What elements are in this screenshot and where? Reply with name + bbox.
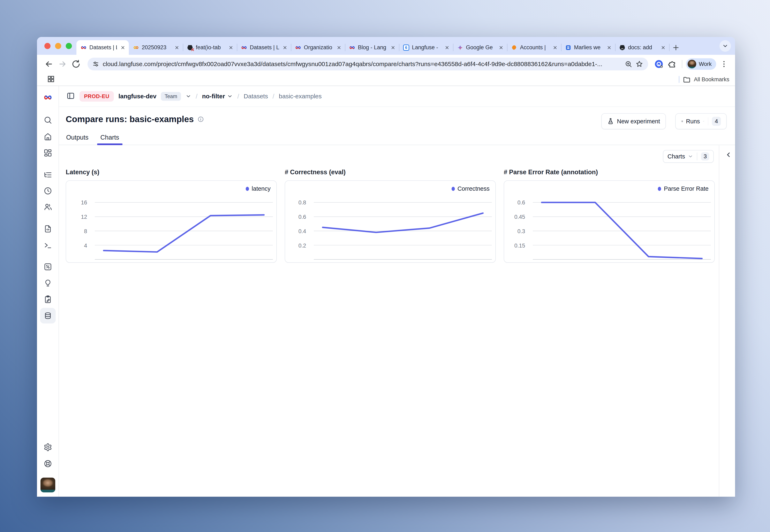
blue-doc-favicon <box>565 45 571 51</box>
tab-close-icon[interactable] <box>552 45 558 51</box>
sidebar-item-playground[interactable] <box>40 237 56 253</box>
runs-dropdown-button[interactable]: Runs 4 <box>675 113 727 129</box>
browser-tab[interactable]: 20250923 <box>129 40 183 55</box>
tab-search-button[interactable] <box>720 40 731 52</box>
browser-tab[interactable]: 6 Langfuse - <box>399 40 453 55</box>
chevron-down-icon[interactable] <box>185 93 191 99</box>
browser-tab[interactable]: Datasets | L <box>237 40 291 55</box>
new-experiment-button[interactable]: New experiment <box>601 113 666 129</box>
legend-dot <box>452 187 455 191</box>
app-sidebar <box>37 86 59 497</box>
tab-close-icon[interactable] <box>336 45 342 51</box>
new-tab-button[interactable] <box>669 40 683 55</box>
browser-tab[interactable]: Accounts | <box>507 40 561 55</box>
close-window-button[interactable] <box>44 43 50 49</box>
sidebar-item-annotation[interactable] <box>40 291 56 307</box>
sidebar-item-scores[interactable] <box>40 259 56 275</box>
site-settings-icon[interactable] <box>92 60 99 68</box>
tab-title: docs: add <box>628 44 658 51</box>
sidebar-item-search[interactable] <box>40 112 56 128</box>
tab-outputs[interactable]: Outputs <box>66 130 88 145</box>
sidebar-item-home[interactable] <box>40 129 56 144</box>
browser-profile-chip[interactable]: Work <box>686 58 716 70</box>
app-header-breadcrumb: PROD-EU langfuse-dev Team / no-filter / … <box>59 86 735 107</box>
charts-dropdown-button[interactable]: Charts 3 <box>663 150 714 163</box>
sidebar-item-prompts[interactable] <box>40 221 56 237</box>
chart-legend: Correctness <box>452 185 489 192</box>
sidebar-toggle-button[interactable] <box>66 92 75 101</box>
browser-menu-kebab-icon[interactable] <box>718 58 730 70</box>
sidebar-item-users[interactable] <box>40 199 56 215</box>
chevron-down-icon <box>722 43 728 49</box>
tab-charts[interactable]: Charts <box>100 130 119 145</box>
page-tabs: Outputs Charts <box>59 130 735 145</box>
info-icon[interactable] <box>198 116 204 123</box>
tab-close-icon[interactable] <box>120 45 126 51</box>
browser-tab[interactable]: Blog - Lang <box>345 40 399 55</box>
sidebar-item-datasets[interactable] <box>40 308 56 323</box>
charts-label: Charts <box>668 153 685 160</box>
list-tree-icon <box>44 171 52 179</box>
langfuse-app: PROD-EU langfuse-dev Team / no-filter / … <box>37 86 735 497</box>
tab-close-icon[interactable] <box>174 45 180 51</box>
minimize-window-button[interactable] <box>55 43 61 49</box>
collapse-panel-button[interactable] <box>724 150 733 159</box>
langfuse-favicon <box>80 45 87 51</box>
chart-card: 0.20.40.60.8 Correctness <box>285 180 496 263</box>
langfuse-logo[interactable] <box>40 90 56 105</box>
sidebar-item-sessions[interactable] <box>40 183 56 199</box>
flask-icon <box>607 118 614 125</box>
breadcrumb-datasets-link[interactable]: Datasets <box>244 93 268 100</box>
chart-legend: Parse Error Rate <box>658 185 709 192</box>
tab-close-icon[interactable] <box>282 45 288 51</box>
chart-title: # Correctness (eval) <box>285 169 496 177</box>
forward-button[interactable] <box>57 58 68 70</box>
browser-window: Datasets | L 20250923 ✕ feat(io-tab Data… <box>37 37 735 497</box>
password-manager-icon[interactable] <box>653 58 665 70</box>
tab-close-icon[interactable] <box>660 45 666 51</box>
sidebar-item-settings[interactable] <box>40 439 56 455</box>
file-code-icon <box>44 225 52 233</box>
tab-groups-grid-icon[interactable] <box>47 75 55 84</box>
bookmark-star-icon[interactable] <box>636 60 643 68</box>
button-divider <box>697 152 697 160</box>
extensions-icon[interactable] <box>667 58 678 70</box>
google-calendar-favicon: 6 <box>403 45 409 51</box>
sidebar-item-insights[interactable] <box>40 275 56 291</box>
breadcrumb-separator: / <box>196 93 198 100</box>
url-bar[interactable]: cloud.langfuse.com/project/cmfwgv8fx002o… <box>87 58 648 70</box>
tab-close-icon[interactable] <box>390 45 396 51</box>
search-icon <box>44 116 52 124</box>
browser-tab[interactable]: Datasets | L <box>76 40 129 55</box>
zoom-window-button[interactable] <box>66 43 72 49</box>
browser-tab[interactable]: ✕ feat(io-tab <box>183 40 237 55</box>
reload-button[interactable] <box>70 58 82 70</box>
sidebar-item-dashboards[interactable] <box>40 145 56 161</box>
tab-close-icon[interactable] <box>498 45 504 51</box>
browser-tab[interactable]: Marlies we <box>561 40 615 55</box>
browser-tab-strip: Datasets | L 20250923 ✕ feat(io-tab Data… <box>37 37 735 55</box>
browser-tab[interactable]: Google Ge <box>453 40 507 55</box>
zoom-icon[interactable] <box>625 60 632 68</box>
folder-icon <box>683 76 691 83</box>
user-avatar[interactable] <box>40 478 55 492</box>
browser-tab[interactable]: Organizatio <box>291 40 345 55</box>
tab-close-icon[interactable] <box>444 45 450 51</box>
chart-block-parse-error: # Parse Error Rate (annotation) 0.150.30… <box>504 169 715 263</box>
tab-close-icon[interactable] <box>228 45 234 51</box>
tab-close-icon[interactable] <box>606 45 612 51</box>
main-content: Compare runs: basic-examples New experim… <box>59 107 735 497</box>
button-divider <box>708 117 708 125</box>
sidebar-item-support[interactable] <box>40 456 56 471</box>
browser-tab[interactable]: docs: add <box>615 40 669 55</box>
project-selector[interactable]: no-filter <box>202 93 233 100</box>
charts-count-badge: 3 <box>701 152 709 161</box>
tab-title: Marlies we <box>574 44 604 51</box>
new-experiment-label: New experiment <box>617 118 660 125</box>
organization-name[interactable]: langfuse-dev <box>118 93 156 100</box>
all-bookmarks-button[interactable]: All Bookmarks <box>679 76 729 83</box>
langfuse-favicon <box>295 45 301 51</box>
back-button[interactable] <box>43 58 55 70</box>
sidebar-item-tracing[interactable] <box>40 167 56 183</box>
tab-title: Organizatio <box>304 44 333 51</box>
